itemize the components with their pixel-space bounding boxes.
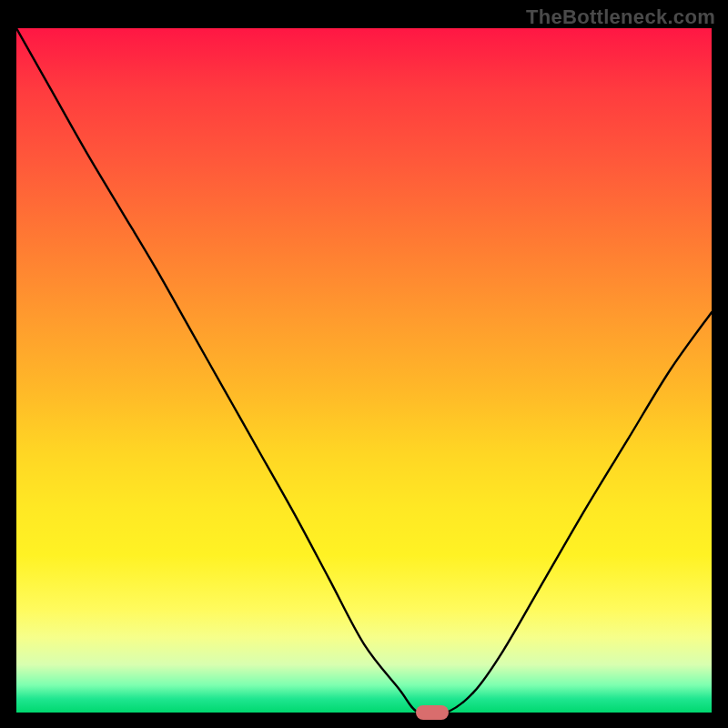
watermark-text: TheBottleneck.com	[526, 5, 715, 29]
optimal-marker-pill	[416, 705, 450, 719]
gradient-plot-area	[16, 28, 712, 713]
chart-frame: TheBottleneck.com	[0, 0, 728, 728]
